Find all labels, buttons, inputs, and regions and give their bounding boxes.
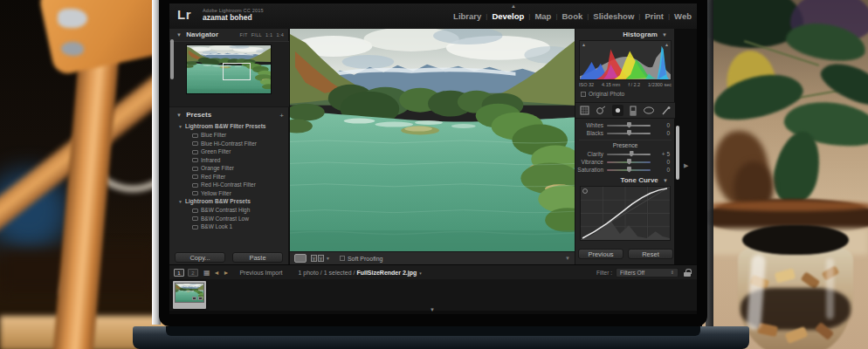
preset-label: Orange Filter (201, 165, 234, 171)
before-after-view-icon[interactable]: YY▼ (311, 255, 330, 262)
slider-vibrance: Vibrance 0 (575, 158, 675, 166)
go-forward-icon[interactable]: ► (224, 270, 230, 276)
clarity-slider-track[interactable] (607, 154, 651, 155)
right-panel-scrollbar[interactable] (676, 126, 679, 180)
paste-button[interactable]: Paste (232, 252, 283, 263)
preset-item[interactable]: B&W Contrast Low (169, 216, 289, 224)
collapse-top-panel-icon[interactable]: ▲ (511, 3, 516, 9)
zoom-1-1[interactable]: 1:1 (265, 32, 273, 38)
preset-item[interactable]: Infrared (169, 157, 289, 166)
saturation-slider-track[interactable] (607, 169, 651, 171)
slider-clarity: Clarity + 5 (575, 150, 675, 158)
preset-item[interactable]: Red Filter (169, 174, 289, 182)
zoom-1-4[interactable]: 1:4 (276, 32, 284, 38)
highlight-clipping-icon[interactable]: ▲ (665, 42, 669, 47)
reset-button[interactable]: Reset (628, 249, 673, 259)
filmstrip-thumbnail-selected[interactable] (173, 281, 206, 309)
slider-thumb[interactable] (627, 130, 631, 136)
copy-button[interactable]: Copy... (175, 252, 225, 263)
left-panel-scrollbar[interactable] (170, 39, 174, 79)
slider-thumb[interactable] (627, 159, 631, 165)
go-back-icon[interactable]: ◄ (214, 270, 220, 276)
graduated-filter-tool-icon[interactable] (630, 106, 637, 116)
module-web[interactable]: Web (674, 11, 692, 21)
slider-label: Whites (575, 122, 607, 128)
disclosure-triangle-icon: ▼ (178, 124, 183, 129)
selection-info[interactable]: 1 photo / 1 selected / FullSizeRender 2.… (298, 270, 421, 276)
slider-label: Blacks (575, 130, 607, 136)
slider-thumb[interactable] (627, 122, 631, 128)
laptop-hinge (166, 326, 700, 336)
main-window-button[interactable]: 1 (174, 269, 184, 277)
radial-filter-tool-icon[interactable] (643, 106, 655, 115)
slider-label: Saturation (575, 167, 607, 173)
soft-proofing-checkbox[interactable] (340, 256, 345, 261)
toolbar-options-icon[interactable]: ▼ (565, 256, 570, 261)
targeted-adjustment-icon[interactable] (582, 188, 588, 194)
soft-proofing-control[interactable]: Soft Proofing (340, 256, 382, 262)
histogram-graph[interactable]: ▲ ▲ (579, 40, 672, 80)
module-print[interactable]: Print (644, 11, 664, 21)
preset-item[interactable]: Blue Hi-Contrast Filter (169, 140, 289, 149)
module-book[interactable]: Book (562, 11, 583, 21)
filmstrip-source-label[interactable]: Previous Import (239, 270, 282, 276)
spot-removal-tool-icon[interactable] (596, 106, 606, 116)
navigator-preview[interactable] (169, 41, 289, 107)
zoom-fill[interactable]: FILL (251, 32, 262, 38)
red-eye-tool-icon[interactable] (612, 105, 623, 116)
tone-curve-title: Tone Curve (620, 176, 658, 184)
zoom-fit[interactable]: FIT (240, 32, 248, 38)
navigator-thumbnail[interactable] (187, 45, 271, 93)
selected-filename: FullSizeRender 2.jpg (356, 270, 417, 276)
grid-view-icon[interactable]: ▦ (203, 269, 210, 277)
crop-tool-icon[interactable] (580, 106, 589, 115)
module-map[interactable]: Map (534, 11, 551, 21)
whites-slider-track[interactable] (607, 125, 651, 127)
presets-header[interactable]: ▼ Presets + (169, 109, 289, 121)
tone-curve-header[interactable]: Tone Curve ▼ (575, 174, 675, 186)
navigator-header[interactable]: ▼ Navigator FIT FILL 1:1 1:4 (169, 29, 288, 41)
create-preset-plus-icon[interactable]: + (279, 112, 284, 120)
filter-lock-icon[interactable] (684, 269, 691, 277)
navigator-zoom-rectangle[interactable] (223, 63, 251, 80)
tone-curve-graph[interactable] (580, 186, 671, 241)
main-photo-river-landscape[interactable] (290, 29, 575, 251)
left-panel: ▼ Navigator FIT FILL 1:1 1:4 ▼ Presets (169, 29, 289, 264)
blacks-slider-track[interactable] (607, 133, 651, 134)
preset-label: B&W Look 1 (201, 223, 232, 229)
preset-group[interactable]: ▼Lightroom B&W Filter Presets (169, 123, 289, 132)
preset-item[interactable]: Yellow Filter (169, 190, 289, 199)
original-photo-row[interactable]: Original Photo (581, 91, 624, 97)
thumbnail-badge-icon[interactable] (192, 297, 196, 300)
vibrance-slider-track[interactable] (607, 161, 651, 163)
histogram-title: Histogram (623, 31, 658, 38)
slider-thumb[interactable] (627, 167, 631, 173)
filter-dropdown[interactable]: Filters Off ⇕ (616, 268, 679, 277)
histogram-header[interactable]: Histogram ▼ (575, 29, 674, 40)
slider-thumb[interactable] (630, 151, 634, 157)
collapse-filmstrip-icon[interactable]: ▼ (430, 307, 435, 312)
y-icon: Y (318, 255, 324, 262)
shadow-clipping-icon[interactable]: ▲ (582, 42, 586, 47)
preset-group[interactable]: ▼Lightroom B&W Presets (169, 198, 289, 207)
module-slideshow[interactable]: Slideshow (593, 11, 634, 21)
slider-value: + 5 (651, 151, 675, 157)
preset-item[interactable]: Orange Filter (169, 165, 289, 174)
collapse-right-panel-icon[interactable]: ▶ (684, 162, 688, 169)
slider-blacks: Blacks 0 (575, 129, 675, 137)
module-develop[interactable]: Develop (492, 11, 524, 21)
adjustment-brush-tool-icon[interactable] (661, 106, 672, 116)
second-window-button[interactable]: 2 (188, 269, 198, 277)
original-photo-checkbox[interactable] (581, 92, 586, 97)
module-library[interactable]: Library (453, 11, 481, 21)
easel-wingnut (58, 9, 87, 28)
previous-button[interactable]: Previous (578, 249, 623, 259)
thumbnail-badge-icon[interactable] (198, 297, 203, 300)
loupe-view-icon[interactable] (294, 254, 307, 263)
preset-item[interactable]: Red Hi-Contrast Filter (169, 181, 289, 190)
preset-item[interactable]: B&W Look 1 (169, 223, 289, 232)
preset-item[interactable]: Blue Filter (169, 132, 289, 140)
preset-item[interactable]: B&W Contrast High (169, 207, 289, 216)
preset-item[interactable]: Green Filter (169, 148, 289, 157)
filmstrip-bar: 1 2 ▦ ◄ ► Previous Import 1 photo / 1 se… (169, 264, 697, 279)
